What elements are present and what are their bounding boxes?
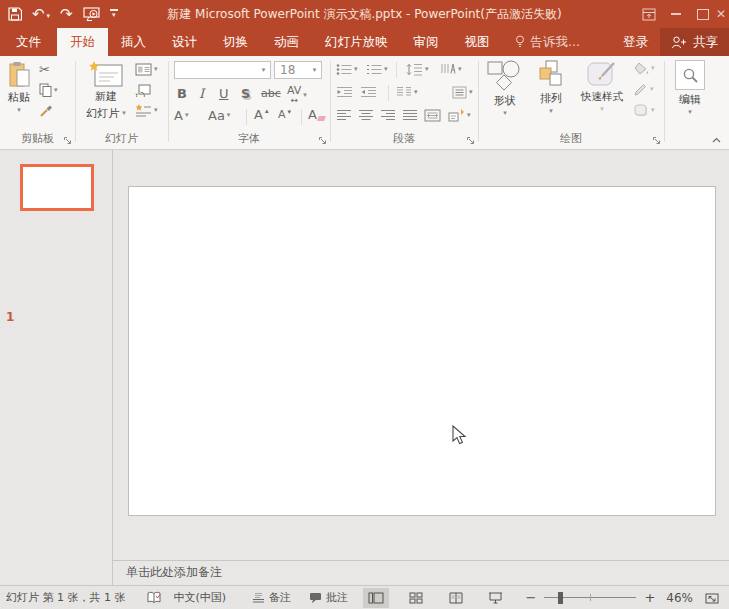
reset-slide-button[interactable] xyxy=(135,83,151,97)
tab-design[interactable]: 设计 xyxy=(159,28,210,56)
align-left-button[interactable] xyxy=(336,109,352,121)
tell-me-box[interactable]: 告诉我... xyxy=(503,28,592,56)
tab-slideshow[interactable]: 幻灯片放映 xyxy=(312,28,401,56)
panel-divider[interactable] xyxy=(112,150,113,585)
justify-button[interactable] xyxy=(402,109,418,121)
undo-button[interactable]: ↶ ▾ xyxy=(32,7,50,22)
slide-canvas[interactable] xyxy=(128,186,716,516)
qat-more-dropdown-icon: ▾ xyxy=(112,12,116,19)
redo-button[interactable]: ↷ xyxy=(60,7,73,22)
tab-view[interactable]: 视图 xyxy=(452,28,503,56)
strikethrough-icon: abc xyxy=(261,88,281,99)
font-name-combobox[interactable]: ▾ xyxy=(174,61,271,79)
shape-fill-button[interactable]: ▾ xyxy=(634,62,655,75)
minimize-button[interactable] xyxy=(662,0,689,28)
align-center-button[interactable] xyxy=(358,109,374,121)
slide-thumbnail-panel: 1 xyxy=(0,150,112,585)
copy-button[interactable]: ▾ xyxy=(39,83,58,97)
tab-home[interactable]: 开始 xyxy=(57,28,108,56)
ribbon-display-options-button[interactable] xyxy=(635,0,662,28)
maximize-icon xyxy=(697,9,709,20)
language-indicator[interactable]: 中文(中国) xyxy=(173,590,226,605)
distribute-text-button[interactable] xyxy=(424,109,441,122)
shape-effects-button[interactable]: ▾ xyxy=(634,104,655,117)
shape-outline-button[interactable]: ▾ xyxy=(634,83,654,96)
collapse-ribbon-button[interactable] xyxy=(712,137,721,143)
underline-button[interactable]: U xyxy=(219,87,229,100)
new-slide-button[interactable]: 新建 幻灯片 ▾ xyxy=(81,61,131,121)
sign-in-button[interactable]: 登录 xyxy=(611,28,660,56)
zoom-in-button[interactable]: + xyxy=(641,590,658,605)
zoom-out-button[interactable]: − xyxy=(523,590,540,605)
share-button[interactable]: 共享 xyxy=(660,28,729,56)
cut-button[interactable]: ✂ xyxy=(39,63,50,76)
text-direction-button[interactable]: ▾ xyxy=(440,63,462,76)
slide-thumbnail-1[interactable] xyxy=(20,164,94,211)
zoom-slider-thumb[interactable] xyxy=(558,592,563,604)
format-painter-icon xyxy=(39,104,53,117)
maximize-button[interactable] xyxy=(689,0,716,28)
start-slideshow-button[interactable] xyxy=(83,7,100,21)
tab-review[interactable]: 审阅 xyxy=(401,28,452,56)
drawing-dialog-launcher[interactable] xyxy=(652,136,661,145)
arrange-button[interactable]: 排列 ▾ xyxy=(532,60,570,115)
scissors-icon: ✂ xyxy=(39,63,50,76)
paragraph-dialog-launcher[interactable] xyxy=(466,136,475,145)
title-bar: ↶ ▾ ↷ ▾ 新建 Microsoft PowerPoint 演示文稿.ppt… xyxy=(0,0,729,28)
tab-insert[interactable]: 插入 xyxy=(108,28,159,56)
convert-to-smartart-button[interactable]: ▾ xyxy=(448,108,471,122)
italic-button[interactable]: I xyxy=(199,87,204,100)
paste-button[interactable]: 粘贴 ▾ xyxy=(3,61,35,114)
quick-styles-button[interactable]: 快速样式 ▾ xyxy=(574,60,630,113)
font-dialog-launcher[interactable] xyxy=(318,136,327,145)
clear-formatting-button[interactable]: A xyxy=(308,108,325,121)
zoom-slider[interactable] xyxy=(544,591,636,605)
zoom-level[interactable]: 46% xyxy=(666,591,693,605)
increase-indent-button[interactable] xyxy=(360,86,377,98)
font-color-button[interactable]: A ▾ xyxy=(174,109,188,122)
divider xyxy=(396,62,397,78)
slide-layout-button[interactable]: ▾ xyxy=(135,63,158,76)
tab-transitions[interactable]: 切换 xyxy=(210,28,261,56)
tab-animations[interactable]: 动画 xyxy=(261,28,312,56)
strikethrough-button[interactable]: abc xyxy=(261,88,281,99)
close-button[interactable]: ✕ xyxy=(716,0,729,28)
line-spacing-button[interactable]: ▾ xyxy=(406,63,429,76)
clipboard-dialog-launcher[interactable] xyxy=(63,136,72,145)
window-controls: ✕ xyxy=(635,0,729,28)
notes-toggle[interactable]: 备注 xyxy=(252,590,291,605)
bold-button[interactable]: B xyxy=(177,87,187,100)
notes-placeholder[interactable]: 单击此处添加备注 xyxy=(126,561,222,584)
customize-qat-button[interactable]: ▾ xyxy=(110,9,118,19)
normal-view-button[interactable] xyxy=(363,588,389,608)
tab-file[interactable]: 文件 xyxy=(0,28,57,56)
section-button[interactable]: ▾ xyxy=(135,104,158,117)
font-group-label: 字体 xyxy=(168,131,330,146)
slide-sorter-view-button[interactable] xyxy=(403,588,429,608)
increase-font-size-button[interactable]: A ▴ xyxy=(254,108,268,121)
reading-view-button[interactable] xyxy=(443,588,469,608)
text-shadow-button[interactable]: S xyxy=(241,87,250,100)
comments-toggle[interactable]: 批注 xyxy=(309,590,348,605)
numbering-button[interactable]: ▾ xyxy=(366,63,388,76)
bullets-button[interactable]: ▾ xyxy=(336,63,358,76)
arrange-icon xyxy=(539,60,564,89)
decrease-indent-button[interactable] xyxy=(336,86,353,98)
decrease-font-size-button[interactable]: A ▾ xyxy=(278,109,291,120)
change-case-button[interactable]: Aa ▾ xyxy=(208,109,230,122)
slideshow-view-button[interactable] xyxy=(483,588,509,608)
shapes-button[interactable]: 形状 ▾ xyxy=(484,60,526,117)
format-painter-button[interactable] xyxy=(39,104,53,117)
align-right-button[interactable] xyxy=(380,109,396,121)
fit-to-window-button[interactable] xyxy=(699,588,725,608)
columns-button[interactable]: ▾ xyxy=(396,86,418,98)
drawing-group-label: 绘图 xyxy=(478,131,664,146)
spell-check-button[interactable] xyxy=(147,591,161,604)
editing-button[interactable]: 编辑 ▾ xyxy=(672,60,708,116)
redo-icon: ↷ xyxy=(60,7,73,22)
font-size-combobox[interactable]: 18 ▾ xyxy=(274,61,322,79)
save-button[interactable] xyxy=(8,7,22,21)
comments-icon xyxy=(309,592,322,604)
character-spacing-button[interactable]: AV ↔ ▾ xyxy=(287,85,307,105)
align-text-button[interactable]: ▾ xyxy=(452,86,473,99)
